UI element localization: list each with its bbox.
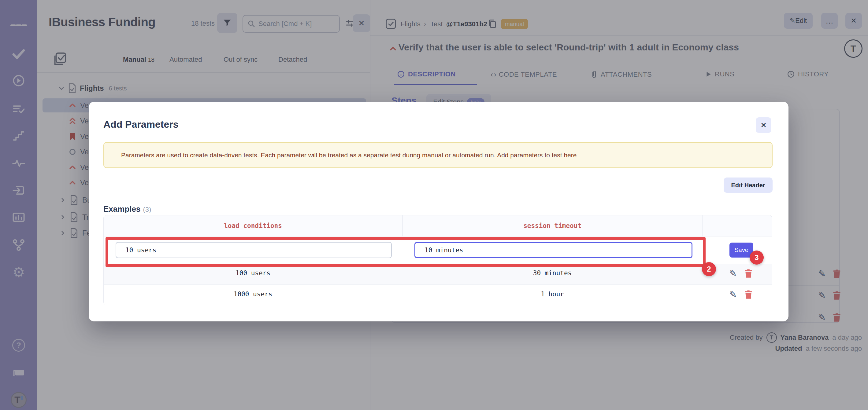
- modal-title: Add Parameters: [103, 119, 178, 130]
- modal-close-button[interactable]: ✕: [756, 117, 771, 133]
- delete-row-icon[interactable]: [744, 269, 752, 278]
- parameters-table: load conditions session timeout Save 3 2…: [103, 215, 772, 305]
- close-icon: ✕: [760, 121, 767, 130]
- column-header-load-conditions: load conditions: [104, 215, 402, 236]
- column-divider: [402, 215, 403, 236]
- info-banner: Parameters are used to create data-drive…: [103, 142, 773, 168]
- edit-row-icon[interactable]: ✎: [729, 268, 737, 279]
- edit-row-icon[interactable]: ✎: [729, 289, 737, 300]
- cell-load-conditions: 100 users: [104, 270, 402, 277]
- add-parameters-modal: Add Parameters ✕ Parameters are used to …: [89, 102, 788, 321]
- cell-session-timeout: 30 minutes: [402, 270, 703, 277]
- table-header: load conditions session timeout: [104, 215, 772, 236]
- cell-load-conditions: 1000 users: [104, 291, 402, 298]
- column-header-session-timeout: session timeout: [402, 215, 703, 236]
- session-timeout-input[interactable]: [414, 242, 692, 258]
- cell-session-timeout: 1 hour: [402, 291, 703, 298]
- app-window: ⚙ ? T IBusiness Funding 18 tests ✕ Manua…: [0, 0, 868, 410]
- info-text: Parameters are used to create data-drive…: [121, 151, 577, 159]
- examples-heading: Examples(3): [103, 204, 151, 214]
- load-conditions-input[interactable]: [116, 242, 392, 258]
- annotation-step-3-badge: 3: [750, 250, 764, 265]
- delete-row-icon[interactable]: [744, 290, 752, 299]
- examples-count: (3): [143, 206, 151, 213]
- column-divider: [703, 215, 703, 236]
- edit-header-button[interactable]: Edit Header: [724, 177, 773, 193]
- annotation-step-2-badge: 2: [702, 262, 716, 276]
